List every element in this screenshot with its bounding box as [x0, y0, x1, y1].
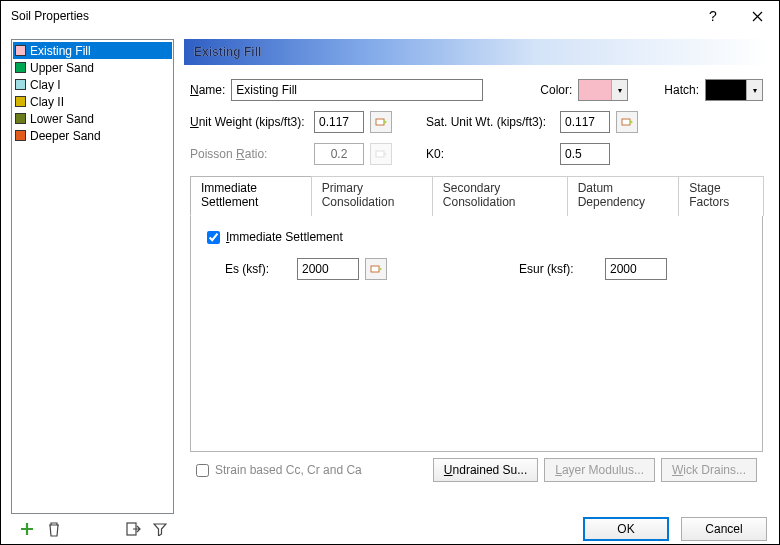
color-swatch — [15, 96, 26, 107]
undrained-su-button[interactable]: Undrained Su... — [433, 458, 538, 482]
immediate-settlement-label: Immediate Settlement — [226, 230, 343, 244]
esur-label: Esur (ksf): — [519, 262, 599, 276]
add-icon[interactable] — [19, 521, 35, 537]
tab-datum-dependency[interactable]: Datum Dependency — [567, 176, 680, 216]
poisson-ratio-label: Poisson Ratio: — [190, 147, 308, 161]
chevron-down-icon: ▾ — [611, 80, 627, 100]
wick-drains-button: Wick Drains... — [661, 458, 757, 482]
soil-item-label: Upper Sand — [30, 61, 94, 75]
soil-item-label: Lower Sand — [30, 112, 94, 126]
cancel-button[interactable]: Cancel — [681, 517, 767, 541]
poisson-ratio-options-button — [370, 143, 392, 165]
gear-icon — [375, 148, 387, 160]
svg-rect-2 — [376, 151, 384, 157]
hatch-picker[interactable]: ▾ — [705, 79, 763, 101]
esur-input[interactable] — [605, 258, 667, 280]
soil-list[interactable]: Existing FillUpper SandClay IClay IILowe… — [11, 39, 174, 514]
unit-weight-options-button[interactable] — [370, 111, 392, 133]
es-label: Es (ksf): — [225, 262, 291, 276]
gear-icon — [621, 116, 633, 128]
svg-rect-3 — [371, 266, 379, 272]
soil-item[interactable]: Clay II — [13, 93, 172, 110]
color-label: Color: — [540, 83, 572, 97]
soil-item-label: Clay II — [30, 95, 64, 109]
tab-secondary-consolidation[interactable]: Secondary Consolidation — [432, 176, 568, 216]
gear-icon — [370, 263, 382, 275]
tab-bar: Immediate Settlement Primary Consolidati… — [190, 175, 763, 216]
title-bar: Soil Properties ? — [1, 1, 779, 31]
gear-icon — [375, 116, 387, 128]
soil-item[interactable]: Clay I — [13, 76, 172, 93]
sat-unit-weight-options-button[interactable] — [616, 111, 638, 133]
layer-modulus-button: Layer Modulus... — [544, 458, 655, 482]
import-icon[interactable] — [125, 521, 141, 537]
soil-item-label: Clay I — [30, 78, 61, 92]
unit-weight-label: Unit Weight (kips/ft3): — [190, 115, 308, 129]
ok-button[interactable]: OK — [583, 517, 669, 541]
chevron-down-icon: ▾ — [746, 80, 762, 100]
color-picker[interactable]: ▾ — [578, 79, 628, 101]
poisson-ratio-input — [314, 143, 364, 165]
immediate-settlement-checkbox[interactable] — [207, 231, 220, 244]
unit-weight-input[interactable] — [314, 111, 364, 133]
filter-icon[interactable] — [153, 522, 167, 536]
strain-based-label: Strain based Cc, Cr and Ca — [215, 463, 362, 477]
close-icon — [752, 11, 763, 22]
tab-primary-consolidation[interactable]: Primary Consolidation — [311, 176, 433, 216]
k0-label: K0: — [426, 147, 554, 161]
soil-item[interactable]: Lower Sand — [13, 110, 172, 127]
color-swatch — [15, 113, 26, 124]
hatch-label: Hatch: — [664, 83, 699, 97]
panel-header-text: Existing Fill — [194, 45, 261, 59]
color-swatch — [15, 45, 26, 56]
strain-based-checkbox[interactable] — [196, 464, 209, 477]
window-title: Soil Properties — [11, 9, 89, 23]
close-button[interactable] — [735, 1, 779, 31]
es-options-button[interactable] — [365, 258, 387, 280]
soil-item[interactable]: Existing Fill — [13, 42, 172, 59]
color-swatch — [15, 79, 26, 90]
soil-item-label: Deeper Sand — [30, 129, 101, 143]
soil-item[interactable]: Deeper Sand — [13, 127, 172, 144]
name-label: Name: — [190, 83, 225, 97]
sat-unit-weight-label: Sat. Unit Wt. (kips/ft3): — [426, 115, 554, 129]
svg-rect-1 — [622, 119, 630, 125]
k0-input[interactable] — [560, 143, 610, 165]
panel-header: Existing Fill — [184, 39, 769, 65]
es-input[interactable] — [297, 258, 359, 280]
trash-icon[interactable] — [47, 521, 61, 537]
help-button[interactable]: ? — [691, 1, 735, 31]
soil-item[interactable]: Upper Sand — [13, 59, 172, 76]
tab-stage-factors[interactable]: Stage Factors — [678, 176, 764, 216]
dialog-footer: OK Cancel — [1, 514, 779, 544]
color-swatch — [15, 130, 26, 141]
color-swatch — [15, 62, 26, 73]
tab-immediate-settlement[interactable]: Immediate Settlement — [190, 176, 312, 216]
sat-unit-weight-input[interactable] — [560, 111, 610, 133]
name-input[interactable] — [231, 79, 483, 101]
soil-item-label: Existing Fill — [30, 44, 91, 58]
svg-rect-0 — [376, 119, 384, 125]
main-panel: Existing Fill Name: Color: ▾ Hatch: ▾ Un… — [184, 39, 769, 514]
tab-body: Immediate Settlement Es (ksf): Esur (ksf… — [190, 216, 763, 452]
